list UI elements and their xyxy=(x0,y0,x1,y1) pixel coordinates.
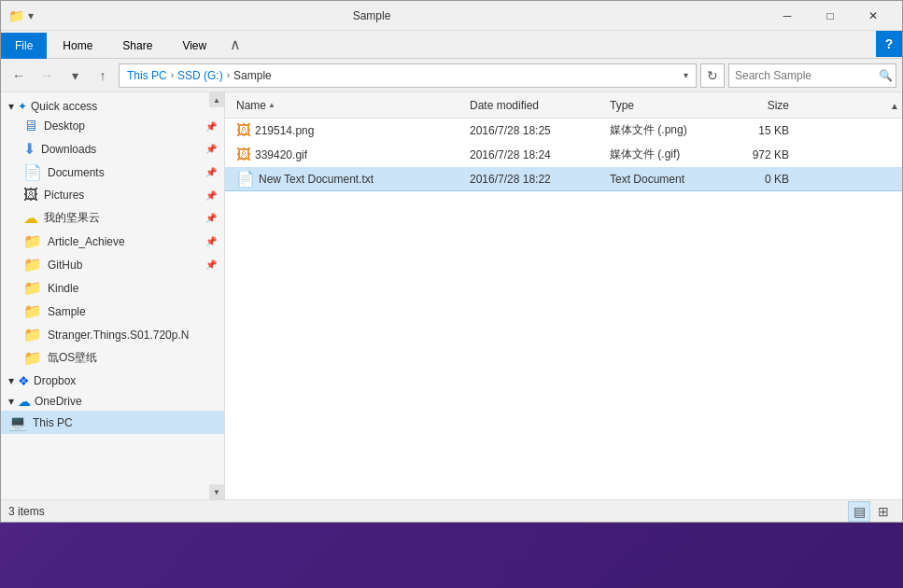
breadcrumb-ssd[interactable]: SSD (G:) xyxy=(177,69,223,82)
pin-icon-desktop: 📌 xyxy=(205,121,217,132)
breadcrumb-current: Sample xyxy=(233,69,272,82)
breadcrumb-dropdown-button[interactable]: ▾ xyxy=(684,70,688,80)
sidebar-item-documents[interactable]: 📄 Documents 📌 xyxy=(1,161,224,184)
sidebar-item-github[interactable]: 📁 GitHub 📌 xyxy=(1,253,224,276)
file-icon-1: 🖼 xyxy=(236,147,251,163)
col-size-label: Size xyxy=(768,99,789,112)
pin-icon-jianguoyun: 📌 xyxy=(205,213,217,223)
quick-access-star-icon: ✦ xyxy=(18,100,27,113)
sidebar-item-downloads[interactable]: ⬇ Downloads 📌 xyxy=(1,137,224,161)
file-name-0: 🖼 219514.png xyxy=(233,122,466,139)
onedrive-chevron: ▾ xyxy=(8,395,14,408)
file-list: Name ▲ Date modified Type Size ▲ 🖼 21 xyxy=(225,92,902,499)
file-icon-2: 📄 xyxy=(236,170,255,188)
sidebar-group-label-onedrive: OneDrive xyxy=(35,395,82,408)
sidebar-item-label-article: Article_Achieve xyxy=(48,235,125,248)
sidebar-item-jianguoyun[interactable]: ☁ 我的坚果云 📌 xyxy=(1,206,224,230)
breadcrumb-this-pc[interactable]: This PC xyxy=(127,69,167,82)
window-controls: ─ □ ✕ xyxy=(766,1,895,31)
minimize-button[interactable]: ─ xyxy=(766,1,809,31)
tab-file[interactable]: File xyxy=(1,33,47,59)
file-row-2[interactable]: 📄 New Text Document.txt 2016/7/28 18:22 … xyxy=(225,167,902,191)
article-icon: 📁 xyxy=(23,232,42,250)
recent-locations-button[interactable]: ▾ xyxy=(63,63,87,88)
sidebar-item-label-downloads: Downloads xyxy=(41,143,96,156)
file-size-0: 15 KB xyxy=(718,124,793,137)
tab-view[interactable]: View xyxy=(168,33,220,59)
documents-icon: 📄 xyxy=(23,163,42,181)
file-label-2: New Text Document.txt xyxy=(259,173,374,186)
address-bar: ← → ▾ ↑ This PC › SSD (G:) › Sample ▾ ↻ … xyxy=(1,59,902,92)
sidebar-item-this-pc[interactable]: 💻 This PC xyxy=(1,411,224,434)
file-icon-0: 🖼 xyxy=(236,122,251,139)
status-bar-right: ▤ ⊞ xyxy=(848,501,895,522)
ribbon-expand-button[interactable]: ∧ xyxy=(222,31,248,57)
col-name-label: Name xyxy=(236,99,266,112)
sidebar-group-quick-access[interactable]: ▾ ✦ Quick access xyxy=(1,96,224,115)
sidebar-item-label-github: GitHub xyxy=(48,259,82,272)
col-header-name[interactable]: Name ▲ xyxy=(233,99,466,112)
sidebar-item-label-sample: Sample xyxy=(48,305,86,318)
tab-share[interactable]: Share xyxy=(108,33,166,59)
this-pc-icon: 💻 xyxy=(8,413,27,431)
pin-icon-article: 📌 xyxy=(205,236,217,246)
wallpaper-icon: 📁 xyxy=(23,349,42,367)
sidebar-item-label-this-pc: This PC xyxy=(33,416,73,429)
sidebar-item-kindle[interactable]: 📁 Kindle xyxy=(1,276,224,300)
back-button[interactable]: ← xyxy=(7,63,31,88)
sidebar-item-label-documents: Documents xyxy=(48,166,105,179)
file-row-0[interactable]: 🖼 219514.png 2016/7/28 18:25 媒体文件 (.png)… xyxy=(225,119,902,143)
status-bar: 3 items ▤ ⊞ xyxy=(1,499,902,522)
ribbon-help-button[interactable]: ? xyxy=(876,31,902,57)
view-tiles-button[interactable]: ⊞ xyxy=(872,501,895,522)
breadcrumb-arrow-1: › xyxy=(171,70,174,80)
pin-icon-downloads: 📌 xyxy=(205,144,217,154)
window-title: Sample xyxy=(0,9,766,22)
up-button[interactable]: ↑ xyxy=(91,63,115,88)
file-type-2: Text Document xyxy=(606,173,718,186)
tab-home[interactable]: Home xyxy=(49,33,106,59)
sidebar-group-onedrive[interactable]: ▾ ☁ OneDrive xyxy=(1,390,224,411)
sidebar-item-desktop[interactable]: 🖥 Desktop 📌 xyxy=(1,115,224,137)
view-detail-icon: ▤ xyxy=(854,504,866,519)
file-label-1: 339420.gif xyxy=(255,148,307,161)
file-size-1: 972 KB xyxy=(718,148,793,161)
sidebar-scroll-up[interactable]: ▲ xyxy=(209,92,224,107)
sidebar-group-dropbox[interactable]: ▾ ❖ Dropbox xyxy=(1,370,224,390)
col-sort-arrow: ▲ xyxy=(268,101,275,109)
file-name-1: 🖼 339420.gif xyxy=(233,147,466,163)
ribbon-tabs: File Home Share View ∧ ? xyxy=(1,31,902,59)
sidebar-item-sample[interactable]: 📁 Sample xyxy=(1,300,224,323)
close-button[interactable]: ✕ xyxy=(852,1,895,31)
sidebar-item-stranger[interactable]: 📁 Stranger.Things.S01.720p.N xyxy=(1,323,224,346)
breadcrumb: This PC › SSD (G:) › Sample ▾ xyxy=(119,63,697,88)
stranger-icon: 📁 xyxy=(23,326,42,343)
sidebar-item-label-jianguoyun: 我的坚果云 xyxy=(44,210,100,226)
pin-icon-github: 📌 xyxy=(205,259,217,270)
item-count: 3 items xyxy=(8,505,45,518)
sidebar-group-label-dropbox: Dropbox xyxy=(34,374,76,387)
sidebar-scroll-down[interactable]: ▼ xyxy=(209,484,224,499)
maximize-button[interactable]: □ xyxy=(809,1,852,31)
col-header-size[interactable]: Size xyxy=(718,99,793,112)
refresh-button[interactable]: ↻ xyxy=(700,63,725,88)
file-label-0: 219514.png xyxy=(255,124,314,137)
onedrive-icon: ☁ xyxy=(18,394,31,409)
sidebar-item-wallpaper[interactable]: 📁 氙OS壁纸 xyxy=(1,346,224,370)
col-header-date[interactable]: Date modified xyxy=(466,99,606,112)
file-date-1: 2016/7/28 18:24 xyxy=(466,148,606,161)
col-header-type[interactable]: Type xyxy=(606,99,718,112)
quick-access-chevron: ▾ xyxy=(8,100,14,113)
dropbox-icon: ❖ xyxy=(18,373,30,388)
file-date-0: 2016/7/28 18:25 xyxy=(466,124,606,137)
file-row-1[interactable]: 🖼 339420.gif 2016/7/28 18:24 媒体文件 (.gif)… xyxy=(225,143,902,167)
view-detail-button[interactable]: ▤ xyxy=(848,501,870,522)
sidebar-item-pictures[interactable]: 🖼 Pictures 📌 xyxy=(1,184,224,206)
search-input[interactable] xyxy=(735,69,875,82)
sidebar-item-article[interactable]: 📁 Article_Achieve 📌 xyxy=(1,230,224,253)
file-list-scroll-up[interactable]: ▲ xyxy=(887,92,902,119)
title-bar: 📁 ▾ Sample ─ □ ✕ xyxy=(1,1,902,31)
sidebar-item-label-desktop: Desktop xyxy=(44,119,85,133)
forward-button[interactable]: → xyxy=(35,63,59,88)
downloads-icon: ⬇ xyxy=(23,140,35,158)
